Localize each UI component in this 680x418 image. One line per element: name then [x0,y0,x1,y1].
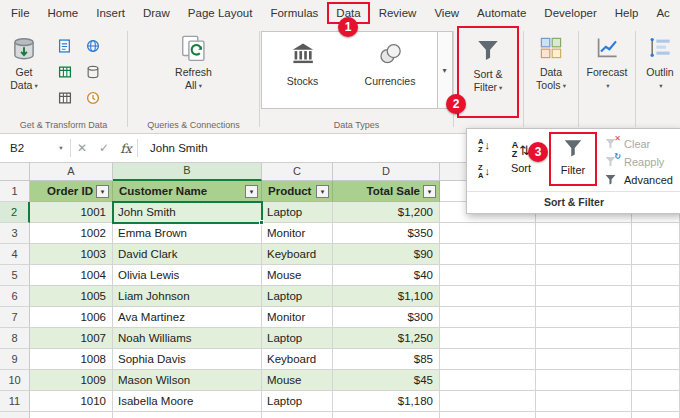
cell-E8[interactable] [440,328,536,349]
cell-F3[interactable] [536,223,632,244]
cell-F6[interactable] [536,286,632,307]
cell-D9[interactable]: $85 [333,349,440,370]
cell-A2[interactable]: 1001 [30,202,113,223]
cell-F10[interactable] [536,370,632,391]
cell-E12[interactable] [440,412,536,418]
cell-B12[interactable] [113,412,262,418]
cell-B3[interactable]: Emma Brown [113,223,262,244]
cell-D2[interactable]: $1,200 [333,202,440,223]
sort-za-button[interactable]: ZA ↓ [472,160,496,183]
existing-connections-icon[interactable] [82,61,104,83]
cell-C7[interactable]: Monitor [262,307,333,328]
cell-F11[interactable] [536,391,632,412]
row-header-12[interactable] [0,412,30,418]
cell-A7[interactable]: 1006 [30,307,113,328]
tab-help[interactable]: Help [606,2,648,24]
tab-home[interactable]: Home [39,2,88,24]
tab-insert[interactable]: Insert [87,2,134,24]
sort-az-button[interactable]: AZ ↓ [472,134,496,157]
reapply-item[interactable]: ↻ Reapply [604,153,673,171]
cell-G10[interactable] [632,370,680,391]
row-header-5[interactable]: 5 [0,265,30,286]
select-all-corner[interactable] [0,163,30,181]
tab-automate[interactable]: Automate [468,2,535,24]
cell-A6[interactable]: 1005 [30,286,113,307]
cell-F12[interactable] [536,412,632,418]
cell-E10[interactable] [440,370,536,391]
outline-button[interactable]: Outlin ▾ [636,26,680,133]
cell-C4[interactable]: Keyboard [262,244,333,265]
cell-C11[interactable]: Laptop [262,391,333,412]
cell-E6[interactable] [440,286,536,307]
cell-B1[interactable]: Customer Name ▾ [113,181,262,202]
cell-D3[interactable]: $350 [333,223,440,244]
filter-dropdown-product[interactable]: ▾ [316,185,329,198]
cell-C3[interactable]: Monitor [262,223,333,244]
filter-dropdown-total-sale[interactable]: ▾ [423,185,436,198]
cell-C9[interactable]: Keyboard [262,349,333,370]
col-header-A[interactable]: A [30,163,113,181]
row-header-7[interactable]: 7 [0,307,30,328]
col-header-B[interactable]: B [113,163,262,181]
from-table-range-icon[interactable] [54,61,76,83]
name-box[interactable]: B2 [0,142,52,154]
cell-F7[interactable] [536,307,632,328]
cell-B6[interactable]: Liam Johnson [113,286,262,307]
cell-E4[interactable] [440,244,536,265]
cell-G4[interactable] [632,244,680,265]
cell-A5[interactable]: 1004 [30,265,113,286]
cell-A1[interactable]: Order ID ▾ [30,181,113,202]
tab-draw[interactable]: Draw [134,2,179,24]
cell-B9[interactable]: Sophia Davis [113,349,262,370]
cell-A9[interactable]: 1008 [30,349,113,370]
cell-D6[interactable]: $1,100 [333,286,440,307]
cell-A8[interactable]: 1007 [30,328,113,349]
cell-A12[interactable] [30,412,113,418]
row-header-1[interactable]: 1 [0,181,30,202]
tab-developer[interactable]: Developer [535,2,605,24]
formula-input[interactable]: John Smith [138,142,208,154]
col-header-C[interactable]: C [262,163,333,181]
cell-F8[interactable] [536,328,632,349]
tab-review[interactable]: Review [370,2,426,24]
cell-B11[interactable]: Isabella Moore [113,391,262,412]
row-header-11[interactable]: 11 [0,391,30,412]
cancel-icon[interactable]: ✕ [71,141,93,155]
cell-E9[interactable] [440,349,536,370]
cell-G8[interactable] [632,328,680,349]
cell-B4[interactable]: David Clark [113,244,262,265]
cell-E3[interactable] [440,223,536,244]
cell-G12[interactable] [632,412,680,418]
cell-G11[interactable] [632,391,680,412]
cell-B7[interactable]: Ava Martinez [113,307,262,328]
currencies-data-type[interactable]: Currencies [344,32,437,108]
filter-button[interactable]: Filter [550,133,596,185]
data-source-icon[interactable] [54,87,76,109]
cell-D5[interactable]: $40 [333,265,440,286]
cell-D7[interactable]: $300 [333,307,440,328]
tab-view[interactable]: View [425,2,468,24]
cell-C5[interactable]: Mouse [262,265,333,286]
cell-D4[interactable]: $90 [333,244,440,265]
from-text-csv-icon[interactable] [54,35,76,57]
cell-A4[interactable]: 1003 [30,244,113,265]
row-header-2[interactable]: 2 [0,202,30,223]
cell-A10[interactable]: 1009 [30,370,113,391]
col-header-D[interactable]: D [333,163,440,181]
cell-B2[interactable]: John Smith [113,202,262,223]
cell-G6[interactable] [632,286,680,307]
cell-G9[interactable] [632,349,680,370]
tab-page-layout[interactable]: Page Layout [179,2,262,24]
cell-A11[interactable]: 1010 [30,391,113,412]
cell-A3[interactable]: 1002 [30,223,113,244]
cell-F4[interactable] [536,244,632,265]
cell-B10[interactable]: Mason Wilson [113,370,262,391]
from-web-icon[interactable] [82,35,104,57]
cell-C1[interactable]: Product ▾ [262,181,333,202]
filter-dropdown-order-id[interactable]: ▾ [96,185,109,198]
cell-C8[interactable]: Laptop [262,328,333,349]
row-header-3[interactable]: 3 [0,223,30,244]
tab-file[interactable]: File [2,2,39,24]
tab-acrobat-truncated[interactable]: Ac [647,2,678,24]
cell-G5[interactable] [632,265,680,286]
